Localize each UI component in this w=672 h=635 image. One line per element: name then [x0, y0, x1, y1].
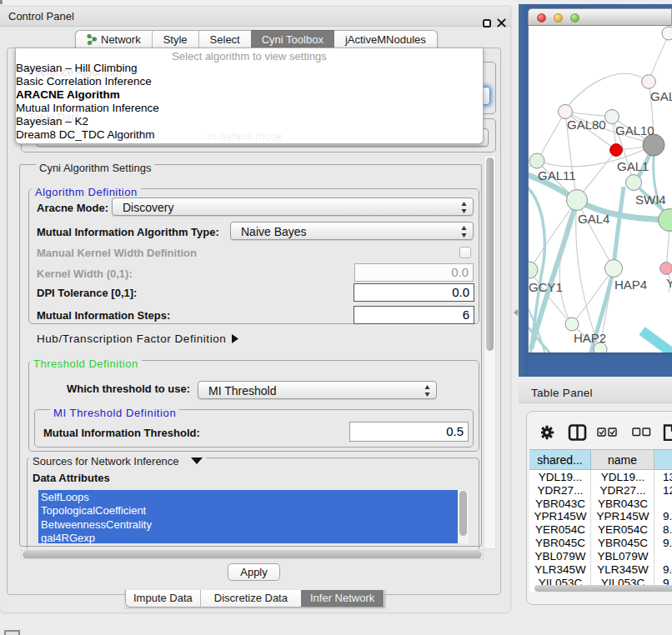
svg-text:GCY1: GCY1 [529, 280, 563, 294]
svg-text:GAL10: GAL10 [615, 123, 654, 138]
svg-text:GAL4: GAL4 [578, 212, 609, 226]
svg-text:GAL1: GAL1 [617, 159, 649, 173]
svg-text:GAL80: GAL80 [567, 118, 606, 132]
svg-text:HAP4: HAP4 [614, 278, 647, 292]
svg-text:GAL11: GAL11 [538, 168, 576, 182]
svg-text:SWI4: SWI4 [635, 192, 666, 207]
svg-text:Y: Y [666, 276, 672, 290]
svg-text:HAP2: HAP2 [574, 331, 606, 345]
svg-text:GAL: GAL [650, 89, 672, 103]
